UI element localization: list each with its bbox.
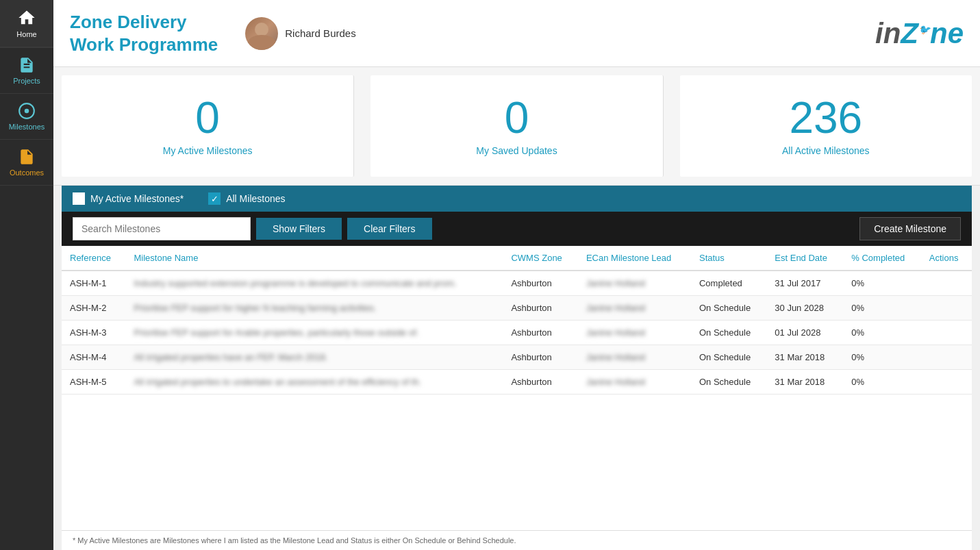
sidebar-item-projects[interactable]: Projects — [0, 47, 53, 94]
stat-saved-label: My Saved Updates — [476, 145, 557, 156]
table-row[interactable]: ASH-M-2 Prioritise FEP support for highe… — [62, 296, 972, 321]
cell-est-end: 31 Mar 2018 — [766, 370, 843, 395]
cell-actions — [921, 345, 972, 370]
cell-status: Completed — [691, 271, 766, 296]
my-active-checkbox[interactable] — [73, 192, 85, 205]
table-section: My Active Milestones* All Milestones Sho… — [62, 186, 972, 530]
my-active-label: My Active Milestones* — [90, 193, 184, 204]
cell-actions — [921, 271, 972, 296]
cell-name: All irrigated properties have an FEP. Ma… — [125, 345, 503, 370]
cell-est-end: 31 Mar 2018 — [766, 345, 843, 370]
cell-ref: ASH-M-5 — [62, 370, 125, 395]
col-milestone-name: Milestone Name — [125, 246, 503, 271]
title-line2: Work Programme — [70, 34, 218, 55]
app-title: Zone Delivery Work Programme — [70, 11, 218, 55]
col-actions: Actions — [921, 246, 972, 271]
main-content: Zone Delivery Work Programme Richard Bur… — [53, 0, 980, 550]
inzone-logo: inZ🐦ne — [875, 17, 964, 50]
all-milestones-checkbox-group[interactable]: All Milestones — [208, 192, 285, 205]
user-info: Richard Burdes — [245, 17, 355, 50]
table-toolbar: My Active Milestones* All Milestones — [62, 186, 972, 212]
home-icon — [17, 8, 36, 27]
cell-zone: Ashburton — [503, 271, 578, 296]
cell-status: On Schedule — [691, 296, 766, 321]
stat-active-value: 0 — [195, 96, 220, 140]
col-cwms-zone: CWMS Zone — [503, 246, 578, 271]
stat-saved-value: 0 — [505, 96, 529, 140]
cell-ref: ASH-M-3 — [62, 321, 125, 345]
cell-est-end: 30 Jun 2028 — [766, 296, 843, 321]
cell-lead: Janine Holland — [578, 321, 691, 345]
cell-ref: ASH-M-1 — [62, 271, 125, 296]
cell-pct: 0% — [843, 321, 921, 345]
stat-active-label: My Active Milestones — [163, 145, 253, 156]
cell-actions — [921, 321, 972, 345]
cell-zone: Ashburton — [503, 321, 578, 345]
cell-name: Prioritise FEP support for higher N leac… — [125, 296, 503, 321]
my-active-checkbox-group[interactable]: My Active Milestones* — [73, 192, 184, 205]
milestones-data-table: Reference Milestone Name CWMS Zone ECan … — [62, 246, 972, 395]
sidebar-item-label: Outcomes — [10, 168, 44, 177]
milestones-icon — [18, 102, 36, 120]
cell-pct: 0% — [843, 271, 921, 296]
search-bar-row: Show Filters Clear Filters Create Milest… — [62, 212, 972, 246]
all-milestones-checkbox[interactable] — [208, 192, 221, 205]
stat-all-value: 236 — [789, 96, 862, 140]
col-est-end-date: Est End Date — [766, 246, 843, 271]
milestones-table[interactable]: Reference Milestone Name CWMS Zone ECan … — [62, 246, 972, 530]
cell-status: On Schedule — [691, 345, 766, 370]
sidebar-item-milestones[interactable]: Milestones — [0, 94, 53, 140]
cell-ref: ASH-M-4 — [62, 345, 125, 370]
col-status: Status — [691, 246, 766, 271]
cell-name: All irrigated properties to undertake an… — [125, 370, 503, 395]
cell-est-end: 31 Jul 2017 — [766, 271, 843, 296]
create-milestone-button[interactable]: Create Milestone — [859, 217, 961, 240]
search-input[interactable] — [73, 217, 251, 240]
show-filters-button[interactable]: Show Filters — [256, 218, 342, 240]
sidebar: Home Projects Milestones Outcomes — [0, 0, 53, 550]
table-row[interactable]: ASH-M-1 Industry supported extension pro… — [62, 271, 972, 296]
cell-pct: 0% — [843, 370, 921, 395]
stats-section: 0 My Active Milestones 0 My Saved Update… — [53, 67, 980, 186]
svg-point-1 — [25, 109, 29, 114]
stat-card-saved: 0 My Saved Updates — [370, 75, 663, 177]
cell-zone: Ashburton — [503, 296, 578, 321]
sidebar-item-label: Projects — [13, 77, 40, 85]
clear-filters-button[interactable]: Clear Filters — [347, 218, 431, 240]
cell-status: On Schedule — [691, 321, 766, 345]
sidebar-item-label: Home — [16, 30, 36, 38]
projects-icon — [18, 56, 36, 74]
sidebar-item-outcomes[interactable]: Outcomes — [0, 140, 53, 186]
sidebar-item-label: Milestones — [9, 123, 45, 131]
col-reference: Reference — [62, 246, 125, 271]
header-left: Zone Delivery Work Programme Richard Bur… — [70, 11, 356, 55]
cell-zone: Ashburton — [503, 345, 578, 370]
table-row[interactable]: ASH-M-3 Prioritise FEP support for Arabl… — [62, 321, 972, 345]
cell-actions — [921, 370, 972, 395]
cell-lead: Janine Holland — [578, 271, 691, 296]
outcomes-icon — [18, 148, 36, 166]
header: Zone Delivery Work Programme Richard Bur… — [53, 0, 980, 67]
cell-lead: Janine Holland — [578, 370, 691, 395]
stat-card-all: 236 All Active Milestones — [680, 75, 972, 177]
col-pct-completed: % Completed — [843, 246, 921, 271]
footer-note-text: * My Active Milestones are Milestones wh… — [73, 536, 516, 545]
table-row[interactable]: ASH-M-5 All irrigated properties to unde… — [62, 370, 972, 395]
cell-lead: Janine Holland — [578, 296, 691, 321]
sidebar-item-home[interactable]: Home — [0, 0, 53, 47]
title-line1: Zone Delivery — [70, 12, 187, 32]
cell-zone: Ashburton — [503, 370, 578, 395]
table-body: ASH-M-1 Industry supported extension pro… — [62, 271, 972, 395]
stat-all-label: All Active Milestones — [782, 145, 870, 156]
cell-lead: Janine Holland — [578, 345, 691, 370]
all-milestones-label: All Milestones — [226, 193, 285, 204]
cell-name: Industry supported extension programme i… — [125, 271, 503, 296]
table-row[interactable]: ASH-M-4 All irrigated properties have an… — [62, 345, 972, 370]
user-name: Richard Burdes — [285, 27, 355, 39]
footer-note: * My Active Milestones are Milestones wh… — [62, 530, 972, 550]
cell-actions — [921, 296, 972, 321]
cell-name: Prioritise FEP support for Arable proper… — [125, 321, 503, 345]
col-ecan-lead: ECan Milestone Lead — [578, 246, 691, 271]
cell-status: On Schedule — [691, 370, 766, 395]
table-header-row: Reference Milestone Name CWMS Zone ECan … — [62, 246, 972, 271]
